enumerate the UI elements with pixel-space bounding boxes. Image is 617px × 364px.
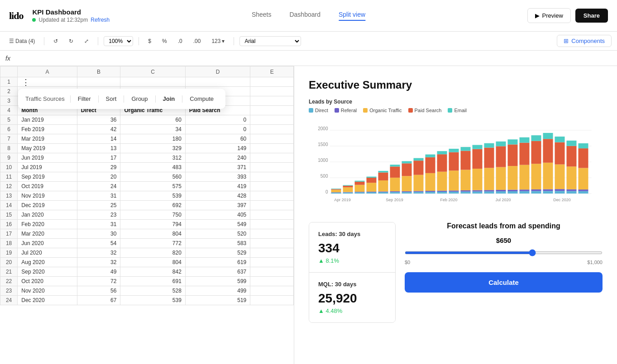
cell-23-a[interactable]: Nov 2020: [18, 286, 77, 296]
cell-6-d[interactable]: 0: [185, 125, 250, 134]
cell-10-e[interactable]: [250, 163, 294, 172]
cell-6-b[interactable]: 42: [77, 125, 120, 134]
data-button[interactable]: ☰ Data (4): [5, 37, 38, 46]
cell-10-a[interactable]: Jul 2019: [18, 163, 77, 172]
share-button[interactable]: Share: [575, 9, 608, 23]
decimal-up-button[interactable]: .00: [190, 37, 205, 46]
cell-21-d[interactable]: 637: [185, 267, 250, 277]
cell-24-e[interactable]: [250, 296, 294, 305]
cell-24-d[interactable]: 519: [185, 296, 250, 305]
cell-6-a[interactable]: Feb 2019: [18, 125, 77, 134]
cell-13-d[interactable]: 428: [185, 191, 250, 201]
cell-20-d[interactable]: 619: [185, 258, 250, 267]
cell-13-c[interactable]: 539: [120, 191, 185, 201]
table-row[interactable]: 11Sep 201920560393: [0, 172, 294, 182]
tab-split-view[interactable]: Split view: [339, 11, 365, 21]
cell-10-c[interactable]: 483: [120, 163, 185, 172]
cell-13-b[interactable]: 31: [77, 191, 120, 201]
cell-18-d[interactable]: 583: [185, 239, 250, 248]
cell-22-b[interactable]: 72: [77, 277, 120, 286]
cell-22-d[interactable]: 599: [185, 277, 250, 286]
cell-10-d[interactable]: 371: [185, 163, 250, 172]
cell-15-e[interactable]: [250, 210, 294, 220]
table-row[interactable]: 1: [0, 77, 294, 87]
cell-8-e[interactable]: [250, 144, 294, 153]
table-row[interactable]: 23Nov 202056528499: [0, 286, 294, 296]
cell-7-e[interactable]: [250, 134, 294, 144]
decimal-down-button[interactable]: .0: [174, 37, 186, 46]
cell-21-c[interactable]: 842: [120, 267, 185, 277]
cell-17-b[interactable]: 30: [77, 229, 120, 239]
cell-21-a[interactable]: Sep 2020: [18, 267, 77, 277]
cell-12-b[interactable]: 24: [77, 182, 120, 191]
cell-12-d[interactable]: 419: [185, 182, 250, 191]
tab-dashboard[interactable]: Dashboard: [289, 11, 320, 21]
cell-15-a[interactable]: Jan 2020: [18, 210, 77, 220]
cell-1-b[interactable]: [77, 77, 120, 87]
cell-7-b[interactable]: 14: [77, 134, 120, 144]
cell-7-a[interactable]: Mar 2019: [18, 134, 77, 144]
cell-9-c[interactable]: 312: [120, 153, 185, 163]
table-row[interactable]: 18Jun 202054772583: [0, 239, 294, 248]
cell-24-a[interactable]: Dec 2020: [18, 296, 77, 305]
cell-14-d[interactable]: 397: [185, 201, 250, 210]
cell-18-e[interactable]: [250, 239, 294, 248]
cell-19-d[interactable]: 529: [185, 248, 250, 258]
cell-16-a[interactable]: Feb 2020: [18, 220, 77, 229]
cell-17-e[interactable]: [250, 229, 294, 239]
cell-17-d[interactable]: 520: [185, 229, 250, 239]
cell-16-d[interactable]: 549: [185, 220, 250, 229]
table-row[interactable]: 24Dec 202067539519: [0, 296, 294, 305]
cell-23-d[interactable]: 499: [185, 286, 250, 296]
table-row[interactable]: 8May 201913329149: [0, 144, 294, 153]
cell-11-c[interactable]: 560: [120, 172, 185, 182]
percent-button[interactable]: %: [158, 37, 171, 46]
col-header-e[interactable]: E: [250, 66, 294, 77]
cell-20-c[interactable]: 804: [120, 258, 185, 267]
more-options-icon[interactable]: ⋮: [22, 77, 30, 87]
cell-21-e[interactable]: [250, 267, 294, 277]
cell-15-b[interactable]: 23: [77, 210, 120, 220]
cell-23-e[interactable]: [250, 286, 294, 296]
cell-18-c[interactable]: 772: [120, 239, 185, 248]
cell-13-e[interactable]: [250, 191, 294, 201]
refresh-link[interactable]: Refresh: [91, 17, 110, 23]
cell-24-b[interactable]: 67: [77, 296, 120, 305]
cell-23-c[interactable]: 528: [120, 286, 185, 296]
table-row[interactable]: 17Mar 202030804520: [0, 229, 294, 239]
cell-16-c[interactable]: 794: [120, 220, 185, 229]
table-row[interactable]: 21Sep 202049842637: [0, 267, 294, 277]
cell-1-d[interactable]: [185, 77, 250, 87]
font-select[interactable]: Arial Times New Roman: [239, 36, 301, 46]
cell-14-a[interactable]: Dec 2019: [18, 201, 77, 210]
cell-20-e[interactable]: [250, 258, 294, 267]
format-button[interactable]: 123 ▾: [208, 37, 228, 46]
cell-8-a[interactable]: May 2019: [18, 144, 77, 153]
cell-16-b[interactable]: 31: [77, 220, 120, 229]
cell-7-d[interactable]: 60: [185, 134, 250, 144]
cell-11-d[interactable]: 393: [185, 172, 250, 182]
group-menu-item[interactable]: Group: [127, 93, 152, 104]
forecast-slider[interactable]: [405, 251, 603, 254]
table-row[interactable]: 6Feb 201942340: [0, 125, 294, 134]
cell-22-a[interactable]: Oct 2020: [18, 277, 77, 286]
tab-sheets[interactable]: Sheets: [252, 11, 272, 21]
undo-button[interactable]: ↺: [50, 37, 62, 46]
cell-9-a[interactable]: Jun 2019: [18, 153, 77, 163]
cell-19-e[interactable]: [250, 248, 294, 258]
zoom-select[interactable]: 100% 75% 125%: [104, 36, 133, 46]
cell-11-b[interactable]: 20: [77, 172, 120, 182]
table-row[interactable]: 7Mar 20191418060: [0, 134, 294, 144]
compute-menu-item[interactable]: Compute: [185, 93, 218, 104]
cell-19-a[interactable]: Jul 2020: [18, 248, 77, 258]
table-row[interactable]: 15Jan 202023750405: [0, 210, 294, 220]
cell-21-b[interactable]: 49: [77, 267, 120, 277]
col-header-d[interactable]: D: [185, 66, 250, 77]
join-menu-item[interactable]: Join: [158, 93, 180, 104]
cell-6-c[interactable]: 34: [120, 125, 185, 134]
cell-17-a[interactable]: Mar 2020: [18, 229, 77, 239]
components-button[interactable]: ⊞ Components: [557, 35, 612, 47]
cell-14-e[interactable]: [250, 201, 294, 210]
table-row[interactable]: 10Jul 201929483371: [0, 163, 294, 172]
cell-5-c[interactable]: 60: [120, 115, 185, 125]
